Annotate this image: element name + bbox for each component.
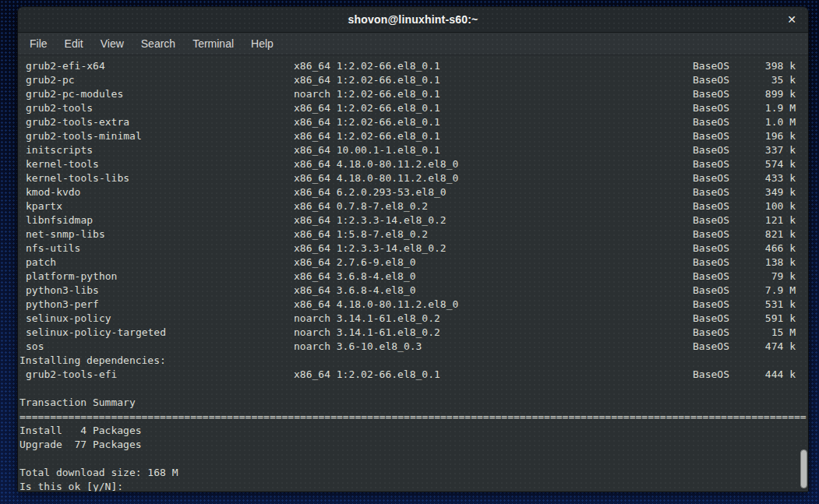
- package-row: nfs-utilsx86_64 1:2.3.3-14.el8_0.2BaseOS…: [19, 241, 808, 256]
- package-repo: BaseOS: [693, 87, 740, 101]
- package-arch-version: x86_64 1:2.02-66.el8_0.1: [294, 59, 693, 73]
- package-row: kpartxx86_64 0.7.8-7.el8_0.2BaseOS100 k: [19, 199, 808, 213]
- package-arch-version: x86_64 0.7.8-7.el8_0.2: [294, 199, 693, 213]
- package-row: libnfsidmapx86_64 1:2.3.3-14.el8_0.2Base…: [19, 213, 808, 227]
- blank-line: [19, 452, 808, 466]
- package-name: nfs-utils: [19, 241, 294, 256]
- package-repo: BaseOS: [693, 270, 740, 284]
- package-arch-version: x86_64 2.7.6-9.el8_0: [294, 256, 693, 270]
- package-size: 7.9 M: [740, 284, 796, 298]
- transaction-summary-line: Transaction Summary: [19, 396, 808, 410]
- package-row: net-snmp-libsx86_64 1:5.8-7.el8_0.2BaseO…: [19, 227, 808, 241]
- package-name: kernel-tools-libs: [19, 171, 294, 185]
- package-row: grub2-tools-minimalx86_64 1:2.02-66.el8_…: [19, 129, 808, 143]
- package-repo: BaseOS: [693, 157, 740, 171]
- package-arch-version: x86_64 3.6.8-4.el8_0: [294, 270, 693, 284]
- package-row: selinux-policynoarch 3.14.1-61.el8_0.2Ba…: [19, 312, 808, 326]
- scrollbar-thumb[interactable]: [800, 449, 807, 488]
- package-repo: BaseOS: [693, 326, 740, 340]
- package-size: 821 k: [740, 227, 796, 241]
- package-size: 1.9 M: [740, 101, 796, 115]
- prompt-line[interactable]: Is this ok [y/N]:: [19, 480, 808, 492]
- upgrade-summary-line: Upgrade 77 Packages: [19, 438, 808, 452]
- package-row: platform-pythonx86_64 3.6.8-4.el8_0BaseO…: [19, 270, 808, 284]
- package-repo: BaseOS: [693, 101, 740, 115]
- package-row: python3-libsx86_64 3.6.8-4.el8_0BaseOS7.…: [19, 284, 808, 298]
- package-size: 196 k: [740, 129, 796, 143]
- menu-item-file[interactable]: File: [21, 34, 56, 53]
- package-arch-version: x86_64 1:2.3.3-14.el8_0.2: [294, 213, 693, 227]
- package-name: selinux-policy-targeted: [19, 326, 294, 340]
- package-repo: BaseOS: [693, 256, 740, 270]
- package-name: grub2-efi-x64: [19, 59, 294, 73]
- package-repo: BaseOS: [693, 284, 740, 298]
- menu-bar: File Edit View Search Terminal Help: [18, 33, 808, 55]
- package-size: 1.0 M: [740, 115, 796, 129]
- window-titlebar[interactable]: shovon@linuxhint-s60:~ ✕: [18, 7, 808, 33]
- package-size: 444 k: [740, 368, 796, 382]
- package-name: kpartx: [19, 199, 294, 213]
- package-arch-version: x86_64 4.18.0-80.11.2.el8_0: [294, 298, 693, 312]
- package-row: kernel-toolsx86_64 4.18.0-80.11.2.el8_0B…: [19, 157, 808, 171]
- package-row: python3-perfx86_64 4.18.0-80.11.2.el8_0B…: [19, 298, 808, 312]
- menu-item-view[interactable]: View: [92, 34, 132, 53]
- package-size: 15 M: [740, 326, 796, 340]
- package-repo: BaseOS: [693, 59, 740, 73]
- package-arch-version: x86_64 6.2.0.293-53.el8_0: [294, 185, 693, 199]
- package-size: 574 k: [740, 157, 796, 171]
- package-name: grub2-tools-extra: [19, 115, 294, 129]
- package-row: kernel-tools-libsx86_64 4.18.0-80.11.2.e…: [19, 171, 808, 185]
- menu-item-help[interactable]: Help: [242, 34, 282, 53]
- package-repo: BaseOS: [693, 171, 740, 185]
- package-arch-version: noarch 3.6-10.el8_0.3: [294, 340, 693, 354]
- separator-line: ========================================…: [19, 410, 808, 424]
- package-arch-version: noarch 3.14.1-61.el8_0.2: [294, 312, 693, 326]
- package-name: libnfsidmap: [19, 213, 294, 227]
- package-row: initscriptsx86_64 10.00.1-1.el8_0.1BaseO…: [19, 143, 808, 157]
- package-arch-version: x86_64 1:2.02-66.el8_0.1: [294, 129, 693, 143]
- package-size: 899 k: [740, 87, 796, 101]
- package-row: grub2-toolsx86_64 1:2.02-66.el8_0.1BaseO…: [19, 101, 808, 115]
- package-repo: BaseOS: [693, 185, 740, 199]
- package-arch-version: noarch 3.14.1-61.el8_0.2: [294, 326, 693, 340]
- package-repo: BaseOS: [693, 199, 740, 213]
- total-download-line: Total download size: 168 M: [19, 466, 808, 480]
- package-size: 398 k: [740, 59, 796, 73]
- package-size: 349 k: [740, 185, 796, 199]
- package-size: 121 k: [740, 213, 796, 227]
- window-title: shovon@linuxhint-s60:~: [348, 13, 478, 26]
- package-name: net-snmp-libs: [19, 227, 294, 241]
- menu-item-search[interactable]: Search: [132, 34, 184, 53]
- package-repo: BaseOS: [693, 298, 740, 312]
- package-repo: BaseOS: [693, 368, 740, 382]
- package-size: 466 k: [740, 241, 796, 256]
- package-arch-version: x86_64 3.6.8-4.el8_0: [294, 284, 693, 298]
- package-size: 138 k: [740, 256, 796, 270]
- package-name: sos: [19, 340, 294, 354]
- package-list: grub2-efi-x64x86_64 1:2.02-66.el8_0.1Bas…: [19, 59, 808, 354]
- package-row: grub2-tools-efix86_64 1:2.02-66.el8_0.1B…: [19, 368, 808, 382]
- package-size: 79 k: [740, 270, 796, 284]
- package-repo: BaseOS: [693, 312, 740, 326]
- dependency-list: grub2-tools-efix86_64 1:2.02-66.el8_0.1B…: [19, 368, 808, 382]
- package-name: grub2-tools-efi: [19, 368, 294, 382]
- package-name: grub2-tools-minimal: [19, 129, 294, 143]
- menu-item-terminal[interactable]: Terminal: [184, 34, 242, 53]
- package-row: patchx86_64 2.7.6-9.el8_0BaseOS138 k: [19, 256, 808, 270]
- package-size: 35 k: [740, 73, 796, 87]
- terminal-screen[interactable]: grub2-efi-x64x86_64 1:2.02-66.el8_0.1Bas…: [18, 55, 808, 492]
- close-icon[interactable]: ✕: [780, 7, 803, 32]
- package-name: grub2-pc: [19, 73, 294, 87]
- install-summary-line: Install 4 Packages: [19, 424, 808, 438]
- menu-item-edit[interactable]: Edit: [56, 34, 92, 53]
- package-name: grub2-tools: [19, 101, 294, 115]
- package-repo: BaseOS: [693, 143, 740, 157]
- package-name: python3-libs: [19, 284, 294, 298]
- package-size: 531 k: [740, 298, 796, 312]
- package-row: grub2-pcx86_64 1:2.02-66.el8_0.1BaseOS35…: [19, 73, 808, 87]
- package-row: selinux-policy-targetednoarch 3.14.1-61.…: [19, 326, 808, 340]
- package-repo: BaseOS: [693, 73, 740, 87]
- terminal-window: shovon@linuxhint-s60:~ ✕ File Edit View …: [17, 6, 809, 492]
- package-repo: BaseOS: [693, 115, 740, 129]
- package-size: 100 k: [740, 199, 796, 213]
